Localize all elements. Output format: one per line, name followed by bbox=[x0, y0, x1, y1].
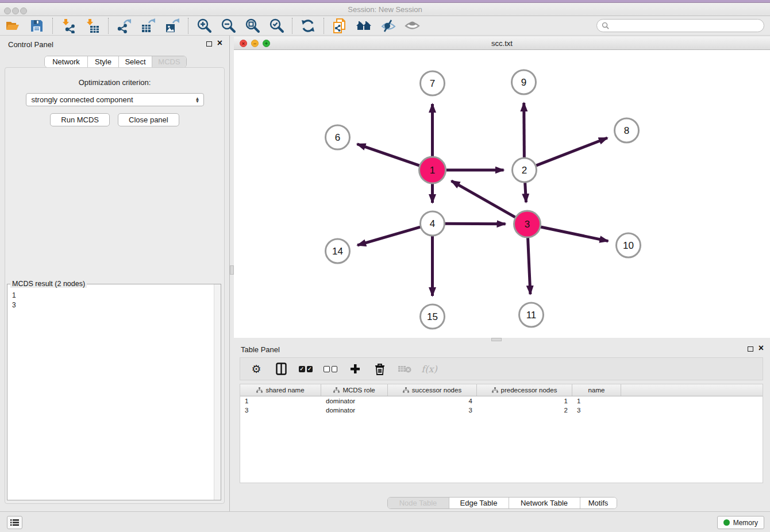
column-header-successor-nodes[interactable]: successor nodes bbox=[388, 384, 477, 396]
table-cell[interactable]: 4 bbox=[388, 398, 477, 404]
svg-text:9: 9 bbox=[521, 77, 526, 88]
apply-layout-button[interactable] bbox=[298, 17, 318, 34]
new-network-from-selection-button[interactable] bbox=[330, 17, 349, 34]
table-panel: Table Panel × ⚙ ✓ ✓ f(x) shared nameMCDS… bbox=[234, 342, 770, 511]
node-6[interactable]: 6 bbox=[326, 125, 350, 149]
column-header-label: predecessor nodes bbox=[501, 387, 557, 394]
network-graph[interactable]: 1234678910111415 bbox=[234, 50, 770, 338]
network-canvas[interactable]: 1234678910111415 bbox=[234, 50, 770, 338]
node-3[interactable]: 3 bbox=[514, 211, 541, 237]
export-image-button[interactable] bbox=[163, 17, 182, 34]
select-all-button[interactable]: ✓ ✓ bbox=[299, 362, 313, 376]
memory-button[interactable]: Memory bbox=[717, 516, 764, 529]
node-8[interactable]: 8 bbox=[615, 118, 639, 142]
column-header-name[interactable]: name bbox=[572, 384, 621, 396]
table-cell[interactable]: 3 bbox=[572, 407, 621, 414]
tab-select[interactable]: Select bbox=[118, 56, 152, 67]
search-box[interactable] bbox=[596, 19, 764, 32]
homes-button[interactable] bbox=[354, 17, 374, 34]
function-builder-button[interactable]: f(x) bbox=[422, 362, 436, 376]
edge-3-11[interactable] bbox=[528, 238, 530, 294]
table-panel-tabs: Node TableEdge TableNetwork TableMotifs bbox=[387, 497, 617, 509]
node-10[interactable]: 10 bbox=[617, 233, 641, 257]
float-icon[interactable] bbox=[748, 346, 753, 352]
zoom-in-button[interactable] bbox=[194, 17, 214, 34]
table-settings-button[interactable]: ⚙ bbox=[249, 362, 263, 376]
table-cell[interactable]: dominator bbox=[321, 407, 388, 414]
hide-annotations-button[interactable] bbox=[378, 17, 398, 34]
tab-edge-table[interactable]: Edge Table bbox=[449, 498, 509, 508]
save-session-button[interactable] bbox=[27, 17, 47, 34]
tab-style[interactable]: Style bbox=[87, 56, 118, 67]
node-4[interactable]: 4 bbox=[421, 211, 445, 236]
node-9[interactable]: 9 bbox=[512, 70, 536, 94]
splitter-handle[interactable] bbox=[230, 265, 234, 275]
svg-text:15: 15 bbox=[427, 311, 438, 322]
zoom-fit-button[interactable] bbox=[242, 17, 262, 34]
export-table-button[interactable] bbox=[138, 17, 158, 34]
table-row[interactable]: 1dominator411 bbox=[240, 396, 763, 406]
delete-table-button[interactable] bbox=[398, 362, 411, 376]
edge-1-6[interactable] bbox=[357, 144, 419, 165]
node-2[interactable]: 2 bbox=[513, 158, 537, 182]
open-session-button[interactable] bbox=[3, 17, 22, 34]
deselect-all-button[interactable] bbox=[324, 362, 337, 376]
column-header-label: successor nodes bbox=[412, 387, 461, 394]
float-icon[interactable] bbox=[206, 41, 212, 47]
node-14[interactable]: 14 bbox=[326, 239, 350, 263]
network-window-titlebar[interactable]: × − + scc.txt bbox=[234, 37, 770, 50]
edge-2-8[interactable] bbox=[536, 138, 607, 165]
edge-2-3[interactable] bbox=[525, 183, 526, 202]
table-cell[interactable]: dominator bbox=[321, 398, 388, 404]
svg-text:1: 1 bbox=[430, 165, 435, 176]
table-row[interactable]: 3dominator323 bbox=[240, 406, 763, 415]
mcds-result-list[interactable]: 13 bbox=[7, 284, 214, 500]
column-header-MCDS-role[interactable]: MCDS role bbox=[321, 384, 388, 396]
edge-2-9[interactable] bbox=[524, 103, 525, 157]
add-column-button[interactable] bbox=[348, 362, 362, 376]
search-input[interactable] bbox=[609, 21, 764, 31]
node-7[interactable]: 7 bbox=[421, 71, 445, 95]
table-cell[interactable]: 1 bbox=[572, 398, 621, 404]
column-header-predecessor-nodes[interactable]: predecessor nodes bbox=[477, 384, 572, 396]
node-15[interactable]: 15 bbox=[421, 304, 445, 329]
tab-network-table[interactable]: Network Table bbox=[509, 498, 580, 508]
export-network-button[interactable] bbox=[114, 17, 134, 34]
close-panel-button[interactable]: Close panel bbox=[118, 113, 179, 126]
node-1[interactable]: 1 bbox=[419, 157, 446, 183]
table-cell[interactable]: 2 bbox=[477, 407, 572, 414]
table-toolbar: ⚙ ✓ ✓ f(x) bbox=[240, 357, 763, 380]
zoom-selected-button[interactable] bbox=[267, 17, 286, 34]
tab-node-table[interactable]: Node Table bbox=[388, 498, 449, 508]
column-header-shared-name[interactable]: shared name bbox=[240, 384, 321, 396]
svg-text:3: 3 bbox=[525, 219, 530, 230]
table-cell[interactable]: 3 bbox=[388, 407, 477, 414]
tab-motifs[interactable]: Motifs bbox=[580, 498, 617, 508]
checked-box-icon: ✓ bbox=[307, 366, 313, 372]
optimization-criterion-select[interactable]: strongly connected component ▲▼ bbox=[26, 93, 204, 106]
show-annotations-button[interactable] bbox=[402, 17, 422, 34]
table-cell[interactable]: 1 bbox=[477, 398, 572, 404]
zoom-selected-icon bbox=[269, 18, 284, 33]
column-type-icon bbox=[256, 387, 263, 393]
import-table-button[interactable] bbox=[83, 17, 102, 34]
task-history-button[interactable] bbox=[7, 516, 22, 529]
zoom-out-button[interactable] bbox=[218, 17, 238, 34]
column-visibility-button[interactable] bbox=[274, 362, 288, 376]
table-cell[interactable]: 3 bbox=[240, 407, 321, 414]
edge-4-14[interactable] bbox=[357, 227, 420, 245]
edge-4-3[interactable] bbox=[445, 223, 505, 224]
run-mcds-button[interactable]: Run MCDS bbox=[50, 113, 110, 126]
edge-3-10[interactable] bbox=[541, 227, 608, 241]
close-icon[interactable]: × bbox=[217, 38, 222, 48]
splitter-handle[interactable] bbox=[491, 338, 502, 341]
table-cell[interactable]: 1 bbox=[240, 398, 321, 404]
tab-network[interactable]: Network bbox=[45, 56, 87, 67]
delete-column-button[interactable] bbox=[373, 362, 387, 376]
import-network-button[interactable] bbox=[59, 17, 78, 34]
scrollbar[interactable] bbox=[214, 284, 221, 500]
close-icon[interactable]: × bbox=[759, 343, 764, 353]
node-11[interactable]: 11 bbox=[519, 303, 544, 327]
edge-3-1[interactable] bbox=[452, 181, 515, 217]
tab-mcds[interactable]: MCDS bbox=[152, 56, 186, 67]
